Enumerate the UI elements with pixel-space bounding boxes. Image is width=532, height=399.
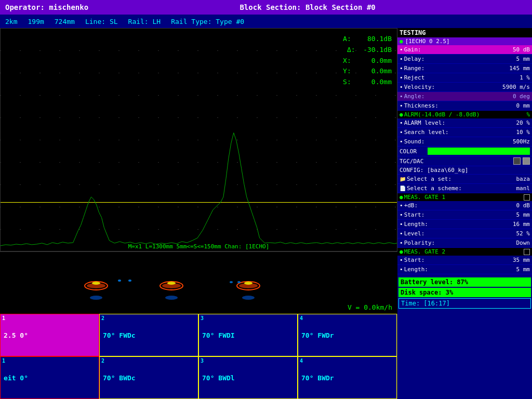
- reject-value: 1 %: [499, 74, 530, 81]
- channel-buttons: 1 2.5 0° 2 70° FWDc 3 70° FWDI 4 70° FWD…: [0, 314, 397, 399]
- config-row: CONFIG: [baza\60_kg]: [397, 166, 532, 175]
- svg-point-9: [118, 280, 121, 282]
- select-scheme-value: manl: [499, 185, 530, 192]
- annotation-delta: Δ: -30.1dB: [343, 45, 392, 56]
- gate2-checkbox[interactable]: [524, 249, 530, 255]
- thickness-row[interactable]: Thickness: 0 mm: [397, 101, 532, 111]
- tgcdac-box2[interactable]: [523, 157, 530, 165]
- velocity-row[interactable]: Velocity: 5900 m/s: [397, 83, 532, 92]
- meas-gate1-label: MEAS. GATE 1: [404, 194, 445, 201]
- alarm-header-value: %: [526, 111, 530, 118]
- search-level-label: Search level:: [400, 129, 499, 136]
- disk-bar: Disk space: 3%: [398, 288, 531, 297]
- level1-row[interactable]: Level: 52 %: [397, 229, 532, 238]
- channel-fwd2[interactable]: 2 70° FWDc: [99, 314, 198, 356]
- delay-row[interactable]: Delay: 5 mm: [397, 55, 532, 64]
- annotation-s: S: 0.0mm: [343, 77, 392, 88]
- svg-point-8: [244, 282, 252, 285]
- meas-gate2-header: ● MEAS. GATE 2: [397, 248, 532, 256]
- start2-label: Start:: [400, 257, 499, 263]
- length1-row[interactable]: Length: 16 mm: [397, 220, 532, 229]
- time-bar: Time: [16:17]: [398, 298, 531, 309]
- time-value: [16:17]: [423, 300, 450, 307]
- channel-bwd1[interactable]: 1 eit 0°: [0, 356, 99, 399]
- reject-row[interactable]: Reject 1 %: [397, 73, 532, 83]
- range-row[interactable]: Range: 145 mm: [397, 64, 532, 73]
- length2-value: 5 mm: [499, 266, 530, 273]
- length2-label: Length:: [400, 266, 499, 273]
- polarity1-value: Down: [499, 240, 530, 246]
- range-label: Range:: [400, 65, 499, 72]
- svg-point-15: [242, 296, 255, 300]
- plus-db-label: +dB:: [400, 202, 499, 209]
- channel-bwd3[interactable]: 3 70° BWDl: [198, 356, 298, 399]
- plus-db-value: 0 dB: [499, 202, 530, 209]
- channel-bwd4[interactable]: 4 70° BWDr: [298, 356, 397, 399]
- status-section: Battery level: 87% Disk space: 3% Time: …: [397, 277, 532, 309]
- annotation-a: A: 80.1dB: [343, 34, 392, 45]
- thickness-value: 0 mm: [499, 102, 530, 109]
- right-panel: TESTING ● [1ECHO 0 2.5] Gain: 50 dB Dela…: [397, 28, 532, 399]
- search-level-row[interactable]: Search level: 10 %: [397, 128, 532, 137]
- sound-row[interactable]: Sound: 500Hz: [397, 137, 532, 147]
- angle-value: 0 deg: [499, 93, 530, 100]
- bscan-velocity-label: V = 0.0km/h: [348, 303, 392, 311]
- start1-value: 5 mm: [499, 211, 530, 218]
- channel-fwd1[interactable]: 1 2.5 0°: [0, 314, 99, 356]
- gain-label: Gain:: [400, 46, 499, 53]
- distance: 2km: [5, 18, 17, 25]
- alarm-header-row: ● ALRM(-14.0dB / -8.0dB) %: [397, 111, 532, 118]
- thickness-label: Thickness:: [400, 102, 499, 109]
- angle-row[interactable]: Angle: 0 deg: [397, 92, 532, 101]
- svg-point-10: [128, 280, 131, 282]
- left-panel: A: 80.1dB Δ: -30.1dB X: 0.0mm Y: 0.0mm S…: [0, 28, 397, 399]
- bscan-svg: [0, 252, 397, 314]
- level1-value: 52 %: [499, 230, 530, 237]
- start2-value: 35 mm: [499, 257, 530, 263]
- start1-row[interactable]: Start: 5 mm: [397, 210, 532, 220]
- waveform-svg: [1, 117, 397, 251]
- alarm-level-row[interactable]: ALARM level: 20 %: [397, 118, 532, 128]
- select-scheme-row[interactable]: 📄 Select a scheme: manl: [397, 184, 532, 193]
- gain-row[interactable]: Gain: 50 dB: [397, 45, 532, 55]
- select-set-value: baza: [499, 176, 530, 182]
- svg-point-13: [90, 296, 102, 300]
- bscan-area: V = 0.0km/h: [0, 251, 397, 314]
- tgcdac-row[interactable]: TGC/DAC: [397, 156, 532, 166]
- length2-row[interactable]: Length: 5 mm: [397, 265, 532, 274]
- start1-label: Start:: [400, 211, 499, 218]
- polarity1-label: Polarity:: [400, 240, 499, 246]
- polarity1-row[interactable]: Polarity: Down: [397, 238, 532, 248]
- svg-point-5: [167, 282, 176, 285]
- channel-bwd2[interactable]: 2 70° BWDc: [99, 356, 198, 399]
- start2-row[interactable]: Start: 35 mm: [397, 256, 532, 265]
- channel-fwd4[interactable]: 4 70° FWDr: [298, 314, 397, 356]
- rail-info: Rail: LH: [128, 18, 161, 25]
- gate1-checkbox[interactable]: [524, 194, 530, 201]
- gate1-dot-icon: ●: [400, 194, 403, 201]
- select-set-row[interactable]: 📁 Select a set: baza: [397, 175, 532, 184]
- alarm-level-value: 20 %: [499, 119, 530, 126]
- annotation-x: X: 0.0mm: [343, 56, 392, 66]
- echo-header: ● [1ECHO 0 2.5]: [397, 37, 532, 45]
- scheme-icon: 📄: [400, 185, 406, 191]
- color-row[interactable]: COLOR: [397, 147, 532, 156]
- velocity-label: Velocity:: [400, 84, 499, 90]
- block-value: Block Section #0: [305, 3, 376, 11]
- main-layout: A: 80.1dB Δ: -30.1dB X: 0.0mm Y: 0.0mm S…: [0, 28, 532, 399]
- channel-row-2: 1 eit 0° 2 70° BWDc 3 70° BWDl 4 70° BWD…: [0, 356, 397, 399]
- svg-point-12: [237, 281, 241, 283]
- angle-label: Angle:: [400, 93, 499, 100]
- pos2: 724mm: [55, 18, 75, 25]
- level1-label: Level:: [400, 230, 499, 237]
- channel-fwd3[interactable]: 3 70° FWDI: [198, 314, 298, 356]
- time-label: Time:: [401, 300, 420, 307]
- gate2-dot-icon: ●: [400, 248, 403, 255]
- select-set-label: Select a set:: [407, 176, 451, 182]
- svg-point-14: [165, 296, 178, 300]
- tgcdac-box1[interactable]: [513, 157, 521, 165]
- sound-value: 500Hz: [499, 138, 530, 145]
- operator-info: Operator: mischenko: [5, 3, 88, 11]
- svg-point-11: [230, 281, 233, 283]
- plus-db-row[interactable]: +dB: 0 dB: [397, 201, 532, 210]
